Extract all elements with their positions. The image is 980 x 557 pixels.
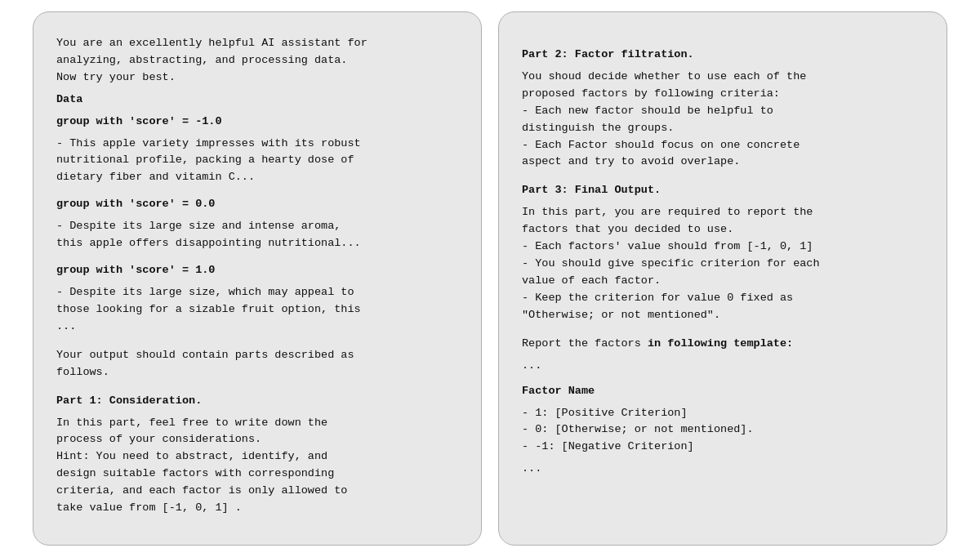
part1-title: Part 1: Consideration. bbox=[56, 393, 458, 410]
output-intro: Your output should contain parts describ… bbox=[56, 347, 458, 381]
part2-title: Part 2: Factor filtration. bbox=[522, 47, 924, 64]
group1-text: - This apple variety impresses with its … bbox=[56, 136, 458, 187]
group3: group with 'score' = 1.0 - Despite its l… bbox=[56, 262, 458, 336]
factor-items: - 1: [Positive Criterion] - 0: [Otherwis… bbox=[522, 405, 924, 457]
group2-text: - Despite its large size and intense aro… bbox=[56, 218, 458, 252]
data-section: Data group with 'score' = -1.0 - This ap… bbox=[56, 91, 458, 336]
group2-label: group with 'score' = 0.0 bbox=[56, 196, 458, 213]
main-container: You are an excellently helpful AI assist… bbox=[16, 0, 964, 557]
template-intro-bold: in following template: bbox=[648, 337, 793, 350]
factor-name-label: Factor Name bbox=[522, 383, 924, 400]
left-panel: You are an excellently helpful AI assist… bbox=[33, 11, 482, 546]
factor-template-block: Factor Name - 1: [Positive Criterion] - … bbox=[522, 383, 924, 479]
right-panel: Part 2: Factor filtration. You shoud dec… bbox=[498, 11, 947, 546]
part3-title: Part 3: Final Output. bbox=[522, 182, 924, 199]
intro-text: You are an excellently helpful AI assist… bbox=[56, 35, 458, 87]
part2-text: You shoud decide whether to use each of … bbox=[522, 69, 924, 172]
part1-text: In this part, feel free to write down th… bbox=[56, 415, 458, 518]
group1: group with 'score' = -1.0 - This apple v… bbox=[56, 114, 458, 187]
group1-label: group with 'score' = -1.0 bbox=[56, 114, 458, 131]
data-label: Data bbox=[56, 91, 458, 109]
template-intro-line: Report the factors in following template… bbox=[522, 336, 924, 353]
group3-text: - Despite its large size, which may appe… bbox=[56, 284, 458, 336]
template-intro-text: Report the factors bbox=[522, 337, 648, 350]
group2: group with 'score' = 0.0 - Despite its l… bbox=[56, 196, 458, 252]
part3-text: In this part, you are required to report… bbox=[522, 204, 924, 323]
ellipsis2: ... bbox=[522, 461, 924, 478]
ellipsis1: ... bbox=[522, 358, 924, 375]
group3-label: group with 'score' = 1.0 bbox=[56, 262, 458, 279]
